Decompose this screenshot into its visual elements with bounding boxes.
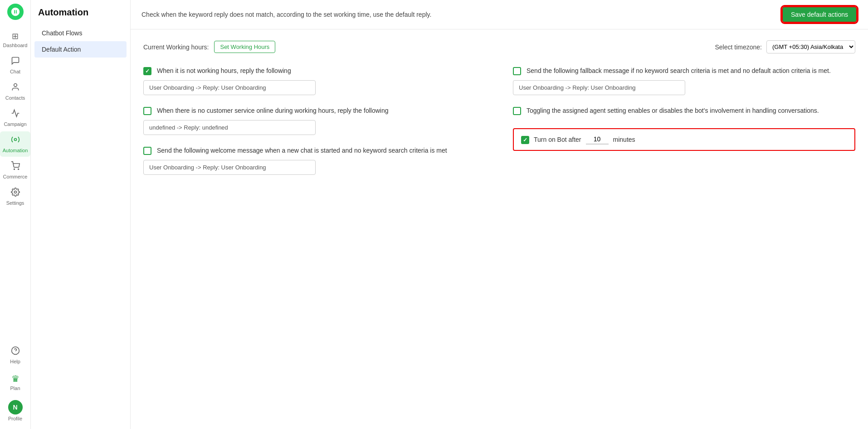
options-right-column: Send the following fallback message if n… <box>513 66 855 175</box>
nav-item-default-action[interactable]: Default Action <box>34 41 127 58</box>
sidebar-item-chat-label: Chat <box>10 69 20 74</box>
svg-point-4 <box>14 191 16 193</box>
app-logo[interactable] <box>7 4 24 20</box>
option-label-toggling-agent: Toggling the assigned agent setting enab… <box>527 106 819 116</box>
left-navigation: Automation Chatbot Flows Default Action <box>31 0 131 429</box>
checkbox-not-working-hours[interactable] <box>143 67 151 75</box>
sidebar-item-chat[interactable]: Chat <box>0 53 30 78</box>
checkbox-turn-on-bot[interactable] <box>521 136 529 144</box>
sidebar-item-campaign-label: Campaign <box>4 121 26 127</box>
option-row-toggling-agent: Toggling the assigned agent setting enab… <box>513 106 855 116</box>
sidebar-item-help[interactable]: Help <box>0 342 30 368</box>
option-label-not-working-hours: When it is not working hours, reply the … <box>157 66 291 76</box>
checkbox-no-customer-service[interactable] <box>143 107 151 115</box>
checkbox-welcome-message[interactable] <box>143 147 151 155</box>
sidebar-item-contacts[interactable]: Contacts <box>0 79 30 104</box>
header-actions: Save default actions <box>782 6 857 23</box>
turn-on-bot-label-before: Turn on Bot after <box>534 136 581 143</box>
option-row-welcome-message: Send the following welcome message when … <box>143 146 486 155</box>
option-row-fallback-message: Send the following fallback message if n… <box>513 66 855 76</box>
sidebar-item-commerce-label: Commerce <box>3 174 28 179</box>
option-input-not-working-hours[interactable] <box>143 80 316 95</box>
nav-item-chatbot-flows[interactable]: Chatbot Flows <box>34 25 127 41</box>
plan-icon: ♛ <box>11 373 20 384</box>
checkbox-toggling-agent[interactable] <box>513 107 521 115</box>
sidebar-item-dashboard[interactable]: ⊞ Dashboard <box>0 28 30 52</box>
options-left-column: When it is not working hours, reply the … <box>143 66 486 175</box>
working-hours-row: Current Working hours: Set Working Hours… <box>143 40 855 53</box>
sidebar-item-profile[interactable]: N Profile <box>0 396 30 425</box>
option-block-not-working-hours: When it is not working hours, reply the … <box>143 66 486 95</box>
main-content: Check when the keyword reply does not ma… <box>131 0 868 429</box>
checkbox-fallback-message[interactable] <box>513 67 521 75</box>
sidebar-item-commerce[interactable]: Commerce <box>0 158 30 183</box>
sidebar-bottom: Help ♛ Plan N Profile <box>0 342 30 425</box>
sidebar-item-plan-label: Plan <box>10 386 20 391</box>
option-block-welcome-message: Send the following welcome message when … <box>143 146 486 175</box>
settings-icon <box>11 188 20 199</box>
turn-on-bot-section: Turn on Bot after minutes <box>513 128 855 151</box>
svg-point-3 <box>18 169 19 170</box>
main-body: Current Working hours: Set Working Hours… <box>131 29 868 429</box>
sidebar-item-automation-label: Automation <box>3 148 28 153</box>
option-input-fallback-message[interactable] <box>513 80 685 95</box>
sidebar-item-campaign[interactable]: Campaign <box>0 105 30 130</box>
option-block-fallback-message: Send the following fallback message if n… <box>513 66 855 95</box>
page-title: Automation <box>31 7 130 25</box>
turn-on-bot-label-after: minutes <box>613 136 635 143</box>
avatar: N <box>8 400 23 415</box>
option-input-no-customer-service[interactable] <box>143 120 316 135</box>
sidebar-item-plan[interactable]: ♛ Plan <box>0 370 30 395</box>
svg-point-1 <box>14 139 16 141</box>
commerce-icon <box>11 161 20 173</box>
set-working-hours-button[interactable]: Set Working Hours <box>214 41 275 53</box>
campaign-icon <box>11 109 20 120</box>
timezone-row: Select timezone: (GMT +05:30) Asia/Kolka… <box>715 40 856 53</box>
sidebar-item-profile-label: Profile <box>8 416 22 421</box>
sidebar-item-settings-label: Settings <box>6 200 24 206</box>
option-block-no-customer-service: When there is no customer service online… <box>143 106 486 135</box>
sidebar-item-help-label: Help <box>10 359 20 364</box>
main-header: Check when the keyword reply does not ma… <box>131 0 868 29</box>
options-grid: When it is not working hours, reply the … <box>143 66 855 175</box>
bot-minutes-input[interactable] <box>586 135 609 145</box>
option-row-no-customer-service: When there is no customer service online… <box>143 106 486 116</box>
header-description: Check when the keyword reply does not ma… <box>141 11 431 18</box>
save-default-actions-button[interactable]: Save default actions <box>782 6 857 23</box>
option-label-fallback-message: Send the following fallback message if n… <box>527 66 831 76</box>
option-block-toggling-agent: Toggling the assigned agent setting enab… <box>513 106 855 116</box>
sidebar-item-contacts-label: Contacts <box>5 95 25 101</box>
timezone-select[interactable]: (GMT +05:30) Asia/Kolkata <box>766 40 855 53</box>
svg-point-0 <box>14 84 17 87</box>
option-input-welcome-message[interactable] <box>143 160 316 175</box>
contacts-icon <box>11 82 20 94</box>
chat-icon <box>11 56 20 67</box>
help-icon <box>11 346 20 357</box>
sidebar-item-automation[interactable]: Automation <box>0 131 30 157</box>
option-label-no-customer-service: When there is no customer service online… <box>157 106 388 116</box>
automation-icon <box>11 135 20 146</box>
timezone-label: Select timezone: <box>715 43 762 51</box>
sidebar-item-settings[interactable]: Settings <box>0 184 30 209</box>
dashboard-icon: ⊞ <box>12 31 19 41</box>
working-hours-label: Current Working hours: <box>143 43 209 51</box>
sidebar: ⊞ Dashboard Chat Contacts Campaign <box>0 0 31 429</box>
option-label-welcome-message: Send the following welcome message when … <box>157 146 447 155</box>
option-row-not-working-hours: When it is not working hours, reply the … <box>143 66 486 76</box>
sidebar-item-dashboard-label: Dashboard <box>3 43 28 48</box>
svg-point-2 <box>14 169 15 170</box>
